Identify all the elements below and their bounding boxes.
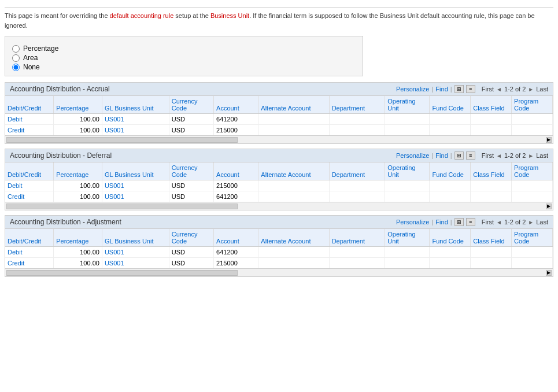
dc-link-adjustment-0[interactable]: Debit <box>8 249 23 256</box>
cell-deferral-0-10 <box>512 180 553 191</box>
table-row: Credit100.00US001USD215000 <box>5 258 553 269</box>
cell-deferral-1-10 <box>512 191 553 202</box>
cell-deferral-1-1: 100.00 <box>54 191 102 202</box>
col-header-accrual-6: Department <box>329 96 385 114</box>
radio-none-input[interactable] <box>12 64 20 71</box>
col-header-adjustment-1: Percentage <box>54 229 102 247</box>
gbu-link-adjustment-1[interactable]: US001 <box>105 260 124 267</box>
col-header-adjustment-7: Operating Unit <box>385 229 430 247</box>
scrollbar-right-arrow-accrual[interactable]: ▶ <box>546 137 552 143</box>
prev-arrow-accrual[interactable]: ◄ <box>496 86 502 93</box>
dc-link-deferral-1[interactable]: Credit <box>8 193 24 200</box>
col-header-adjustment-4: Account <box>214 229 258 247</box>
gbu-link-accrual-1[interactable]: US001 <box>105 127 124 134</box>
grid-icon-accrual[interactable]: ≡ <box>466 85 475 93</box>
cell-accrual-0-6 <box>329 114 385 125</box>
col-header-deferral-5: Alternate Account <box>258 162 329 180</box>
radio-none-row: None <box>12 63 356 71</box>
cell-deferral-1-7 <box>385 191 430 202</box>
cell-accrual-1-10 <box>512 125 553 136</box>
gbu-link-deferral-1[interactable]: US001 <box>105 193 124 200</box>
grid-icon-deferral[interactable]: ≡ <box>466 151 475 160</box>
view-icon-deferral[interactable]: ⊞ <box>454 151 464 160</box>
first-label-accrual: First <box>482 86 494 93</box>
scrollbar-track-adjustment[interactable] <box>6 270 238 276</box>
radio-area-input[interactable] <box>12 54 20 62</box>
section-deferral: Accounting Distribution - Deferral Perso… <box>5 149 553 210</box>
next-arrow-adjustment[interactable]: ► <box>528 219 534 225</box>
gbu-link-deferral-0[interactable]: US001 <box>105 182 124 189</box>
scrollbar-right-arrow-deferral[interactable]: ▶ <box>546 204 552 209</box>
cell-deferral-1-6 <box>329 191 385 202</box>
cell-deferral-0-3: USD <box>169 180 213 191</box>
find-link-deferral[interactable]: Find <box>435 152 448 159</box>
next-arrow-accrual[interactable]: ► <box>528 86 534 93</box>
cell-adjustment-0-7 <box>385 247 430 258</box>
view-icon-adjustment[interactable]: ⊞ <box>454 218 464 226</box>
personalize-link-deferral[interactable]: Personalize <box>396 152 429 159</box>
view-icon-accrual[interactable]: ⊞ <box>454 85 464 93</box>
cell-accrual-0-10 <box>512 114 553 125</box>
scrollbar-accrual[interactable]: ▶ <box>5 135 553 143</box>
scrollbar-deferral[interactable]: ▶ <box>5 202 553 210</box>
prev-arrow-adjustment[interactable]: ◄ <box>496 219 502 225</box>
last-label-adjustment: Last <box>536 219 548 225</box>
section-accrual: Accounting Distribution - Accrual Person… <box>5 82 553 144</box>
col-header-deferral-10: Program Code <box>512 162 553 180</box>
cell-accrual-1-7 <box>385 125 430 136</box>
page-title <box>5 5 553 8</box>
cell-deferral-0-9 <box>471 180 512 191</box>
col-header-accrual-0: Debit/Credit <box>5 96 54 114</box>
dc-link-accrual-1[interactable]: Credit <box>8 127 24 134</box>
personalize-link-adjustment[interactable]: Personalize <box>396 219 429 225</box>
dc-link-adjustment-1[interactable]: Credit <box>8 260 24 267</box>
table-adjustment: Debit/CreditPercentageGL Business UnitCu… <box>5 229 553 268</box>
scrollbar-right-arrow-adjustment[interactable]: ▶ <box>546 270 552 276</box>
cell-adjustment-1-0: Credit <box>5 258 54 269</box>
scrollbar-track-deferral[interactable] <box>6 204 238 209</box>
first-label-adjustment: First <box>482 219 494 225</box>
cell-accrual-0-1: 100.00 <box>54 114 102 125</box>
table-wrap-accrual: Debit/CreditPercentageGL Business UnitCu… <box>5 96 553 135</box>
col-header-deferral-2: GL Business Unit <box>102 162 169 180</box>
sections-container: Accounting Distribution - Accrual Person… <box>5 82 553 277</box>
radio-percentage-label: Percentage <box>23 45 58 53</box>
cell-accrual-1-0: Credit <box>5 125 54 136</box>
cell-adjustment-1-10 <box>512 258 553 269</box>
section-controls-deferral: Personalize | Find | ⊞ ≡ First ◄ 1-2 of … <box>396 151 548 160</box>
cell-adjustment-1-7 <box>385 258 430 269</box>
gbu-link-adjustment-0[interactable]: US001 <box>105 249 124 256</box>
cell-accrual-1-6 <box>329 125 385 136</box>
col-header-accrual-8: Fund Code <box>430 96 471 114</box>
find-link-adjustment[interactable]: Find <box>435 219 448 225</box>
personalize-link-accrual[interactable]: Personalize <box>396 86 429 93</box>
grid-icon-adjustment[interactable]: ≡ <box>466 218 475 226</box>
cell-accrual-1-4: 215000 <box>214 125 258 136</box>
section-title-deferral: Accounting Distribution - Deferral <box>10 151 112 160</box>
cell-accrual-1-9 <box>471 125 512 136</box>
prev-arrow-deferral[interactable]: ◄ <box>496 153 502 159</box>
scrollbar-adjustment[interactable]: ▶ <box>5 268 553 276</box>
scrollbar-track-accrual[interactable] <box>6 137 238 143</box>
cell-adjustment-0-8 <box>430 247 471 258</box>
radio-percentage-input[interactable] <box>12 45 20 53</box>
distribute-box: Percentage Area None <box>5 36 363 76</box>
table-accrual: Debit/CreditPercentageGL Business UnitCu… <box>5 96 553 135</box>
col-header-deferral-9: Class Field <box>471 162 512 180</box>
dc-link-deferral-0[interactable]: Debit <box>8 182 23 189</box>
col-header-deferral-4: Account <box>214 162 258 180</box>
cell-adjustment-0-6 <box>329 247 385 258</box>
find-link-accrual[interactable]: Find <box>435 86 448 93</box>
cell-adjustment-0-2: US001 <box>102 247 169 258</box>
next-arrow-deferral[interactable]: ► <box>528 153 534 159</box>
cell-deferral-1-9 <box>471 191 512 202</box>
section-header-adjustment: Accounting Distribution - Adjustment Per… <box>5 216 553 229</box>
cell-deferral-0-7 <box>385 180 430 191</box>
cell-adjustment-1-4: 215000 <box>214 258 258 269</box>
col-header-accrual-2: GL Business Unit <box>102 96 169 114</box>
col-header-accrual-9: Class Field <box>471 96 512 114</box>
gbu-link-accrual-0[interactable]: US001 <box>105 116 124 123</box>
col-header-accrual-1: Percentage <box>54 96 102 114</box>
dc-link-accrual-0[interactable]: Debit <box>8 116 23 123</box>
sep2-accrual: | <box>450 86 452 93</box>
